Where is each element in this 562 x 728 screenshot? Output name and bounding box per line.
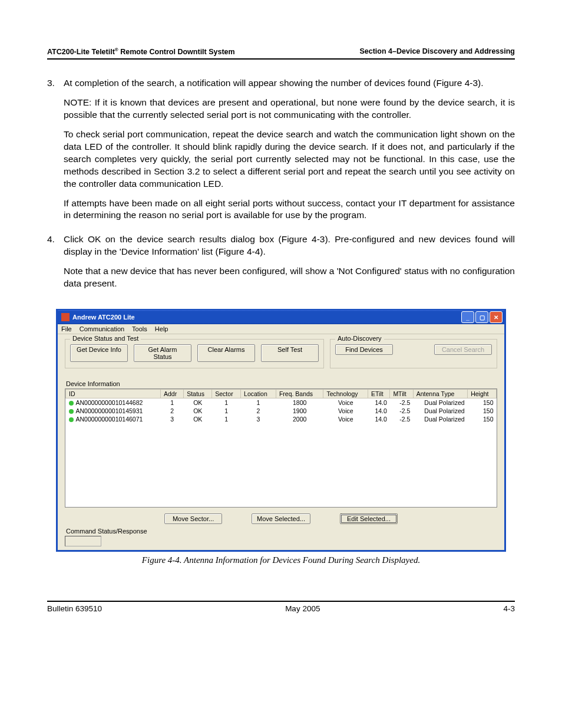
footer-left: Bulletin 639510 (47, 604, 102, 613)
edit-selected-button[interactable]: Edit Selected... (340, 513, 398, 524)
table-row[interactable]: AN000000000101446821OK111800Voice14.0-2.… (66, 398, 497, 407)
table-header-row: ID Addr Status Sector Location Freq. Ban… (66, 390, 497, 398)
menubar: File Communication Tools Help (58, 324, 504, 334)
group-device-status-test: Device Status and Test Get Device Info G… (65, 339, 324, 368)
para: Note that a new device that has never be… (64, 265, 515, 290)
group-label: Device Status and Test (70, 335, 141, 342)
app-icon (61, 313, 70, 321)
menu-help[interactable]: Help (155, 325, 168, 332)
minimize-button[interactable]: _ (461, 311, 474, 323)
col-etilt[interactable]: ETilt (368, 390, 390, 398)
col-addr[interactable]: Addr (161, 390, 184, 398)
col-mtilt[interactable]: MTilt (390, 390, 413, 398)
page-footer: Bulletin 639510 May 2005 4-3 (47, 602, 515, 613)
maximize-button[interactable]: ▢ (475, 311, 488, 323)
figure-caption: Figure 4-4. Antenna Information for Devi… (47, 555, 515, 565)
col-sector[interactable]: Sector (212, 390, 241, 398)
footer-right: 4-3 (503, 604, 515, 613)
col-height[interactable]: Height (468, 390, 497, 398)
command-status-label: Command Status/Response (66, 528, 497, 535)
table-row[interactable]: AN000000000101459312OK121900Voice14.0-2.… (66, 407, 497, 415)
para: NOTE: If it is known that devices are pr… (64, 97, 515, 121)
get-alarm-status-button[interactable]: Get Alarm Status (134, 344, 191, 362)
footer-center: May 2005 (285, 604, 320, 613)
status-dot-icon (69, 401, 74, 406)
device-information-table[interactable]: ID Addr Status Sector Location Freq. Ban… (65, 388, 497, 508)
table-row[interactable]: AN000000000101460713OK132000Voice14.0-2.… (66, 415, 497, 423)
status-dot-icon (69, 417, 74, 422)
header-left: ATC200-Lite Teletilt® Remote Control Dow… (47, 47, 235, 56)
col-id[interactable]: ID (66, 390, 161, 398)
col-status[interactable]: Status (184, 390, 212, 398)
list-number-3: 3. (47, 77, 64, 229)
body-text: 3. At completion of the search, a notifi… (47, 77, 515, 297)
close-button[interactable]: ✕ (490, 311, 503, 323)
menu-file[interactable]: File (61, 325, 72, 332)
col-location[interactable]: Location (241, 390, 276, 398)
menu-communication[interactable]: Communication (80, 325, 124, 332)
menu-tools[interactable]: Tools (132, 325, 147, 332)
para: Click OK on the device search results di… (64, 233, 515, 258)
header-right: Section 4–Device Discovery and Addressin… (359, 47, 515, 56)
col-antenna-type[interactable]: Antenna Type (413, 390, 467, 398)
device-information-label: Device Information (66, 380, 497, 387)
para: At completion of the search, a notificat… (64, 77, 515, 90)
para: To check serial port communication, repe… (64, 129, 515, 190)
titlebar: Andrew ATC200 Lite _ ▢ ✕ (58, 310, 504, 324)
command-status-field (65, 536, 101, 546)
move-sector-button[interactable]: Move Sector... (164, 513, 222, 524)
para: If attempts have been made on all eight … (64, 197, 515, 222)
col-freq-bands[interactable]: Freq. Bands (276, 390, 323, 398)
get-device-info-button[interactable]: Get Device Info (70, 344, 128, 362)
group-auto-discovery: Auto-Discovery Find Devices Cancel Searc… (330, 339, 497, 368)
cancel-search-button[interactable]: Cancel Search (434, 344, 492, 355)
list-number-4: 4. (47, 233, 64, 297)
move-selected-button[interactable]: Move Selected... (252, 513, 310, 524)
window-title: Andrew ATC200 Lite (72, 314, 135, 321)
col-technology[interactable]: Technology (323, 390, 368, 398)
self-test-button[interactable]: Self Test (261, 344, 319, 362)
page-header: ATC200-Lite Teletilt® Remote Control Dow… (47, 47, 515, 60)
clear-alarms-button[interactable]: Clear Alarms (197, 344, 255, 362)
find-devices-button[interactable]: Find Devices (335, 344, 393, 355)
group-label: Auto-Discovery (335, 335, 384, 342)
status-dot-icon (69, 409, 74, 414)
app-window: Andrew ATC200 Lite _ ▢ ✕ File Communicat… (56, 309, 506, 552)
